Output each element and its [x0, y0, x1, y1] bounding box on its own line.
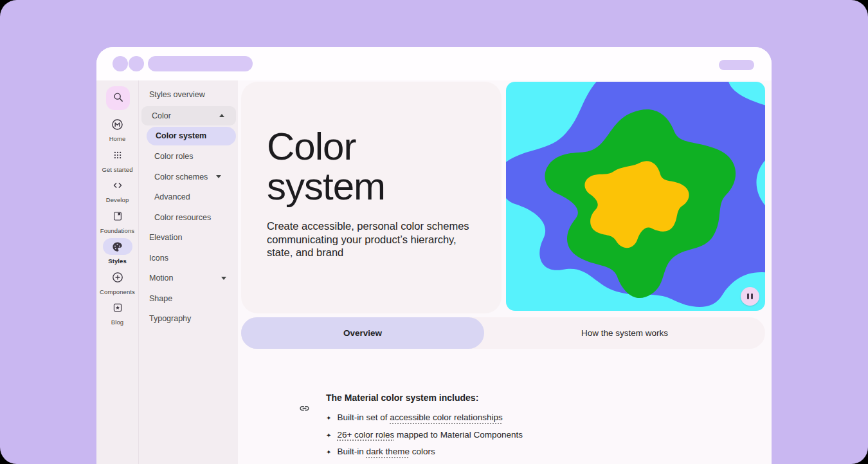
grid-icon	[112, 147, 123, 163]
sidebar-item-label: Styles	[108, 257, 127, 264]
tab-how-the-system-works[interactable]: How the system works	[484, 317, 765, 349]
sidebar-item-get-started[interactable]: Get started	[96, 147, 138, 178]
color-blob-artwork	[506, 82, 765, 311]
bullet-suffix: colors	[410, 447, 435, 456]
nav-item-label: Shape	[149, 294, 172, 303]
chrome-right-pill	[719, 60, 754, 70]
pause-icon	[751, 293, 753, 299]
content-heading: The Material color system includes:	[326, 393, 686, 403]
sidebar-item-label: Home	[109, 135, 126, 142]
pause-button[interactable]	[741, 287, 759, 306]
browser-window: Home Get started Develop	[96, 47, 772, 464]
nav-item-advanced[interactable]: Advanced	[139, 187, 238, 208]
nav-item-label: Icons	[149, 254, 168, 263]
link-color-roles[interactable]: 26+ color roles	[337, 430, 394, 440]
page-title: Color system	[267, 127, 476, 207]
secondary-nav: Styles overview Color Color system Color…	[138, 80, 238, 464]
list-item: ✦ Built-in set of accessible color relat…	[326, 413, 686, 422]
pause-icon	[747, 293, 749, 299]
content-body: The Material color system includes: ✦ Bu…	[326, 393, 686, 464]
nav-item-shape[interactable]: Shape	[139, 288, 238, 309]
browser-chrome	[96, 47, 772, 80]
code-icon	[111, 177, 124, 194]
page-background: Home Get started Develop	[0, 0, 868, 464]
sidebar-item-label: Components	[100, 288, 135, 295]
sidebar-item-home[interactable]: Home	[96, 116, 138, 147]
sidebar-item-label: Get started	[102, 166, 132, 173]
sidebar-item-label: Foundations	[100, 227, 134, 234]
sparkle-bullet-icon: ✦	[326, 449, 331, 456]
bullet-text: 26+ color roles mapped to Material Compo…	[337, 430, 523, 440]
sparkle-bullet-icon: ✦	[326, 414, 331, 422]
bullet-suffix: mapped to Material Components	[394, 430, 523, 440]
add-circle-icon	[111, 269, 124, 286]
sidebar-item-components[interactable]: Components	[96, 269, 138, 300]
chevron-down-icon	[221, 277, 226, 280]
nav-item-label: Typography	[149, 314, 191, 323]
bullet-text: Built-in set of accessible color relatio…	[337, 413, 502, 422]
nav-item-label: Color roles	[154, 152, 193, 161]
icon-rail: Home Get started Develop	[96, 80, 138, 464]
nav-item-icons[interactable]: Icons	[139, 248, 238, 268]
tab-overview[interactable]: Overview	[241, 317, 484, 349]
chevron-up-icon	[219, 114, 224, 117]
nav-item-label: Color system	[156, 131, 206, 140]
palette-icon	[103, 238, 132, 255]
link-accessible-color-relationships[interactable]: accessible color relationships	[390, 413, 503, 422]
sparkle-bullet-icon: ✦	[326, 432, 331, 439]
tab-label: How the system works	[581, 328, 668, 338]
rail-items: Home Get started Develop	[96, 116, 138, 330]
nav-item-label: Advanced	[154, 192, 190, 201]
material-logo-icon	[111, 116, 124, 133]
nav-item-label: Color	[152, 111, 171, 120]
nav-item-styles-overview[interactable]: Styles overview	[139, 84, 238, 105]
list-item: ✦ Built-in dark theme colors	[326, 447, 686, 456]
search-button[interactable]	[106, 86, 130, 110]
nav-item-label: Color schemes	[154, 172, 208, 181]
page-subtitle: Create accessible, personal color scheme…	[267, 219, 482, 259]
bullet-list: ✦ Built-in set of accessible color relat…	[326, 413, 686, 456]
tab-label: Overview	[343, 328, 382, 338]
list-item: ✦ 26+ color roles mapped to Material Com…	[326, 430, 686, 440]
nav-item-label: Color resources	[154, 213, 211, 222]
link-dark-theme[interactable]: dark theme	[366, 447, 410, 456]
window-dot-icon	[113, 56, 128, 71]
star-square-icon	[112, 299, 123, 316]
window-dot-icon	[129, 56, 144, 71]
sidebar-item-label: Blog	[111, 319, 123, 326]
nav-item-color-resources[interactable]: Color resources	[139, 207, 238, 228]
nav-item-color-system[interactable]: Color system	[147, 127, 236, 145]
address-bar-pill	[148, 56, 253, 71]
main-content: Color system Create accessible, personal…	[238, 80, 772, 464]
book-icon	[112, 208, 123, 225]
sidebar-item-develop[interactable]: Develop	[96, 177, 138, 208]
chevron-down-icon	[216, 175, 221, 178]
sidebar-item-blog[interactable]: Blog	[96, 299, 138, 330]
sidebar-item-styles[interactable]: Styles	[96, 238, 138, 269]
nav-item-elevation[interactable]: Elevation	[139, 228, 238, 248]
nav-item-motion[interactable]: Motion	[139, 268, 238, 289]
nav-item-label: Styles overview	[149, 90, 205, 99]
bullet-prefix: Built-in set of	[337, 413, 390, 422]
sidebar-item-foundations[interactable]: Foundations	[96, 208, 138, 239]
hero-card: Color system Create accessible, personal…	[241, 82, 502, 313]
sidebar-item-label: Develop	[106, 196, 129, 203]
bullet-prefix: Built-in	[337, 447, 366, 456]
nav-item-color-roles[interactable]: Color roles	[139, 147, 238, 167]
nav-item-color-schemes[interactable]: Color schemes	[139, 167, 238, 187]
tab-bar: Overview How the system works	[241, 317, 765, 349]
nav-item-label: Elevation	[149, 233, 182, 242]
bullet-text: Built-in dark theme colors	[337, 447, 435, 456]
nav-item-typography[interactable]: Typography	[139, 309, 238, 329]
search-icon	[113, 91, 124, 106]
link-icon[interactable]	[299, 403, 310, 416]
nav-item-label: Motion	[149, 274, 174, 283]
nav-item-color[interactable]: Color	[141, 106, 236, 125]
